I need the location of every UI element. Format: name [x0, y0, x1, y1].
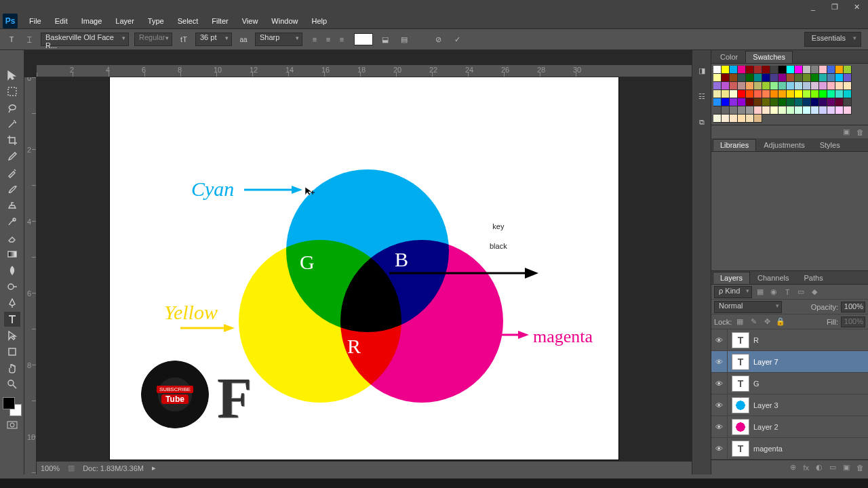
- swatch[interactable]: [844, 90, 852, 98]
- swatch[interactable]: [811, 98, 819, 106]
- menu-help[interactable]: Help: [305, 15, 333, 27]
- ruler-vertical[interactable]: 02468101214: [24, 77, 37, 474]
- gradient-tool-icon[interactable]: [4, 247, 20, 262]
- swatch[interactable]: [778, 82, 787, 90]
- doc-size-info[interactable]: Doc: 1.83M/3.36M: [83, 464, 144, 472]
- filter-smart-icon[interactable]: ◆: [809, 287, 820, 298]
- align-right-icon[interactable]: ≡: [335, 33, 349, 46]
- layer-name-label[interactable]: Layer 3: [753, 401, 778, 409]
- warp-text-icon[interactable]: ⬓: [378, 33, 392, 46]
- menu-edit[interactable]: Edit: [49, 15, 74, 27]
- menu-filter[interactable]: Filter: [205, 15, 234, 27]
- layer-name-label[interactable]: R: [753, 336, 759, 344]
- layer-visibility-icon[interactable]: 👁: [711, 394, 728, 415]
- swatch[interactable]: [844, 98, 852, 106]
- swatch[interactable]: [835, 74, 844, 82]
- swatch[interactable]: [803, 90, 811, 98]
- swatch[interactable]: [713, 82, 722, 90]
- layer-visibility-icon[interactable]: 👁: [711, 351, 728, 372]
- foreground-color-swatch[interactable]: [3, 397, 15, 409]
- path-selection-tool-icon[interactable]: [4, 328, 20, 343]
- ruler-horizontal[interactable]: 24681012141618202224262830: [37, 65, 692, 77]
- libraries-tab[interactable]: Libraries: [713, 139, 756, 151]
- status-expand-icon[interactable]: ▸: [152, 464, 156, 472]
- text-color-swatch[interactable]: [354, 33, 373, 45]
- swatch[interactable]: [844, 74, 852, 82]
- layer-visibility-icon[interactable]: 👁: [711, 416, 728, 437]
- swatch[interactable]: [762, 90, 770, 98]
- layer-visibility-icon[interactable]: 👁: [711, 373, 728, 394]
- menu-image[interactable]: Image: [75, 15, 108, 27]
- swatch[interactable]: [803, 82, 811, 90]
- swatch[interactable]: [811, 90, 819, 98]
- swatch[interactable]: [827, 90, 835, 98]
- swatch[interactable]: [827, 66, 835, 74]
- font-style-select[interactable]: Regular: [134, 33, 172, 46]
- swatch[interactable]: [795, 90, 803, 98]
- swatch[interactable]: [778, 106, 787, 115]
- window-maximize-button[interactable]: ❐: [826, 1, 844, 12]
- swatch[interactable]: [746, 106, 754, 115]
- font-size-select[interactable]: 36 pt: [195, 33, 232, 46]
- swatch[interactable]: [730, 115, 738, 123]
- swatch[interactable]: [762, 98, 770, 106]
- window-minimize-button[interactable]: _: [804, 1, 822, 12]
- swatch[interactable]: [754, 98, 762, 106]
- paths-tab[interactable]: Paths: [797, 272, 831, 284]
- move-tool-icon[interactable]: [4, 68, 20, 83]
- antialias-select[interactable]: Sharp: [255, 33, 302, 46]
- commit-edit-icon[interactable]: ✓: [450, 33, 464, 46]
- swatch[interactable]: [770, 90, 778, 98]
- color-tab[interactable]: Color: [713, 51, 745, 63]
- foreground-background-colors[interactable]: [3, 397, 22, 416]
- swatch[interactable]: [746, 115, 754, 123]
- layer-row[interactable]: 👁R: [711, 329, 868, 351]
- swatch[interactable]: [738, 66, 746, 74]
- menu-file[interactable]: File: [23, 15, 47, 27]
- window-close-button[interactable]: ✕: [848, 1, 865, 12]
- blur-tool-icon[interactable]: [4, 263, 20, 278]
- dock-brush-icon[interactable]: ☷: [695, 89, 709, 103]
- menu-select[interactable]: Select: [172, 15, 205, 27]
- swatch[interactable]: [787, 90, 795, 98]
- quick-mask-icon[interactable]: [4, 420, 20, 430]
- swatch[interactable]: [730, 82, 738, 90]
- fill-value-input[interactable]: 100%: [841, 317, 865, 327]
- swatch[interactable]: [770, 98, 778, 106]
- swatch[interactable]: [811, 74, 819, 82]
- swatch[interactable]: [803, 74, 811, 82]
- swatch[interactable]: [819, 98, 827, 106]
- layer-row[interactable]: 👁G: [711, 373, 868, 394]
- swatch[interactable]: [827, 98, 835, 106]
- healing-brush-tool-icon[interactable]: [4, 165, 20, 180]
- layer-thumbnail[interactable]: [732, 375, 749, 392]
- swatch[interactable]: [730, 106, 738, 115]
- swatch[interactable]: [827, 74, 835, 82]
- pen-tool-icon[interactable]: [4, 296, 20, 310]
- dodge-tool-icon[interactable]: [4, 279, 20, 294]
- swatch[interactable]: [795, 66, 803, 74]
- swatch[interactable]: [787, 66, 795, 74]
- swatch[interactable]: [835, 98, 844, 106]
- swatch[interactable]: [835, 82, 844, 90]
- layer-thumbnail[interactable]: [732, 332, 749, 348]
- swatch[interactable]: [722, 66, 730, 74]
- swatch[interactable]: [738, 82, 746, 90]
- swatch[interactable]: [746, 74, 754, 82]
- filter-type-icon[interactable]: T: [782, 287, 793, 298]
- align-left-icon[interactable]: ≡: [308, 33, 321, 46]
- swatch[interactable]: [754, 66, 762, 74]
- layer-row[interactable]: 👁Layer 3: [711, 394, 868, 416]
- swatch[interactable]: [803, 98, 811, 106]
- channels-tab[interactable]: Channels: [750, 272, 796, 284]
- swatch[interactable]: [827, 82, 835, 90]
- swatch[interactable]: [811, 66, 819, 74]
- layer-row[interactable]: 👁magenta: [711, 438, 868, 460]
- delete-swatch-icon[interactable]: 🗑: [856, 128, 864, 136]
- swatch[interactable]: [746, 98, 754, 106]
- swatch[interactable]: [778, 74, 787, 82]
- new-group-icon[interactable]: ▭: [829, 463, 836, 472]
- layer-thumbnail[interactable]: [732, 441, 749, 457]
- lasso-tool-icon[interactable]: [4, 100, 20, 115]
- swatch[interactable]: [722, 74, 730, 82]
